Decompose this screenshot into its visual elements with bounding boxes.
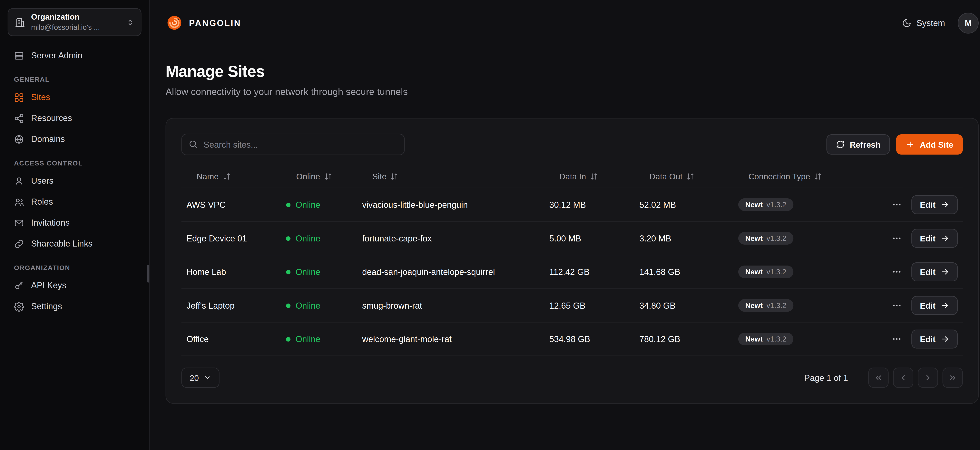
sidebar-nav: Server Admin GENERAL Sites Resources Do <box>8 45 142 317</box>
table-row: Jeff's Laptop Online smug-brown-rat 12.6… <box>181 289 963 323</box>
moon-icon <box>902 18 912 28</box>
arrow-right-icon <box>940 200 950 209</box>
sidebar-item-domains[interactable]: Domains <box>8 129 142 150</box>
edit-button[interactable]: Edit <box>912 296 958 315</box>
table-row: AWS VPC Online vivacious-little-blue-pen… <box>181 188 963 222</box>
ellipsis-icon <box>892 233 902 243</box>
column-header-site[interactable]: Site <box>357 172 544 181</box>
arrow-right-icon <box>940 268 950 276</box>
chevron-left-icon <box>899 373 907 382</box>
column-label: Site <box>372 172 387 181</box>
chevron-down-icon <box>204 374 212 382</box>
column-header-data-in[interactable]: Data In <box>544 172 634 181</box>
sidebar-item-resources[interactable]: Resources <box>8 108 142 129</box>
brand-name: PANGOLIN <box>189 18 241 28</box>
server-icon <box>14 50 24 60</box>
data-out-value: 34.80 GB <box>634 301 733 310</box>
online-label: Online <box>296 334 320 344</box>
edit-button[interactable]: Edit <box>912 330 958 349</box>
brand[interactable]: PANGOLIN <box>165 14 241 32</box>
row-actions: Edit <box>885 229 963 248</box>
column-header-data-out[interactable]: Data Out <box>634 172 733 181</box>
prev-page-button[interactable] <box>893 368 913 388</box>
ellipsis-icon <box>892 200 902 210</box>
online-status: Online <box>281 301 357 310</box>
ellipsis-icon <box>892 300 902 311</box>
site-name: AWS VPC <box>181 200 281 209</box>
org-selector[interactable]: Organization milo@fossorial.io's ... <box>8 8 142 36</box>
pagination-buttons <box>868 368 963 388</box>
connection-version: v1.3.2 <box>767 201 786 209</box>
row-actions: Edit <box>885 195 963 214</box>
row-actions: Edit <box>885 262 963 281</box>
avatar[interactable]: M <box>958 12 978 33</box>
page-subtitle: Allow connectivity to your network throu… <box>165 86 979 97</box>
next-page-button[interactable] <box>918 368 938 388</box>
sidebar: Organization milo@fossorial.io's ... Ser… <box>0 0 150 450</box>
column-label: Data In <box>559 172 586 181</box>
column-label: Online <box>296 172 320 181</box>
table-row: Office Online welcome-giant-mole-rat 534… <box>181 323 963 356</box>
page-size-select[interactable]: 20 <box>181 368 220 388</box>
last-page-button[interactable] <box>943 368 963 388</box>
connection-name: Newt <box>745 335 763 343</box>
theme-label: System <box>916 18 945 28</box>
search-wrap <box>181 134 404 155</box>
users-icon <box>14 197 24 207</box>
sidebar-item-label: Sites <box>31 92 50 102</box>
column-header-name[interactable]: Name <box>181 172 281 181</box>
page-title: Manage Sites <box>165 62 979 81</box>
ellipsis-icon <box>892 267 902 277</box>
sidebar-item-server-admin[interactable]: Server Admin <box>8 45 142 66</box>
theme-toggle-button[interactable]: System <box>902 18 945 28</box>
row-more-button[interactable] <box>891 297 903 314</box>
add-site-label: Add Site <box>920 140 953 149</box>
row-actions: Edit <box>885 296 963 315</box>
online-status: Online <box>281 334 357 344</box>
row-more-button[interactable] <box>891 196 903 213</box>
sidebar-item-sites[interactable]: Sites <box>8 87 142 108</box>
sidebar-item-invitations[interactable]: Invitations <box>8 212 142 233</box>
sidebar-scrollbar[interactable] <box>147 265 149 283</box>
link-icon <box>14 239 24 249</box>
connection-version: v1.3.2 <box>767 335 786 343</box>
edit-label: Edit <box>920 267 935 277</box>
sidebar-item-settings[interactable]: Settings <box>8 296 142 317</box>
data-in-value: 30.12 MB <box>544 200 634 209</box>
page-indicator: Page 1 of 1 <box>804 373 848 382</box>
page-header: Manage Sites Allow connectivity to your … <box>150 46 980 97</box>
edit-button[interactable]: Edit <box>912 262 958 281</box>
online-label: Online <box>296 267 320 277</box>
row-more-button[interactable] <box>891 331 903 347</box>
first-page-button[interactable] <box>868 368 889 388</box>
search-input[interactable] <box>181 134 404 155</box>
sidebar-item-label: Shareable Links <box>31 239 92 249</box>
row-more-button[interactable] <box>891 264 903 280</box>
column-header-online[interactable]: Online <box>281 172 357 181</box>
edit-button[interactable]: Edit <box>912 195 958 214</box>
connection-name: Newt <box>745 201 763 209</box>
chevrons-right-icon <box>948 373 957 382</box>
column-header-connection-type[interactable]: Connection Type <box>733 172 886 181</box>
sidebar-item-api-keys[interactable]: API Keys <box>8 275 142 296</box>
connection-version: v1.3.2 <box>767 301 786 309</box>
sidebar-item-roles[interactable]: Roles <box>8 191 142 212</box>
add-site-button[interactable]: Add Site <box>896 134 963 155</box>
online-label: Online <box>296 301 320 310</box>
chevron-right-icon <box>924 373 932 382</box>
arrow-right-icon <box>940 234 950 242</box>
sidebar-item-users[interactable]: Users <box>8 170 142 191</box>
gear-icon <box>14 301 24 312</box>
site-name: Home Lab <box>181 267 281 277</box>
sidebar-item-shareable-links[interactable]: Shareable Links <box>8 233 142 254</box>
row-more-button[interactable] <box>891 230 903 247</box>
org-selector-label: Organization <box>31 12 121 23</box>
edit-button[interactable]: Edit <box>912 229 958 248</box>
toolbar-actions: Refresh Add Site <box>826 134 963 155</box>
globe-icon <box>14 134 24 144</box>
data-in-value: 534.98 GB <box>544 334 634 344</box>
ellipsis-icon <box>892 334 902 344</box>
online-dot <box>286 269 291 274</box>
refresh-button[interactable]: Refresh <box>826 134 890 155</box>
refresh-label: Refresh <box>850 140 881 149</box>
